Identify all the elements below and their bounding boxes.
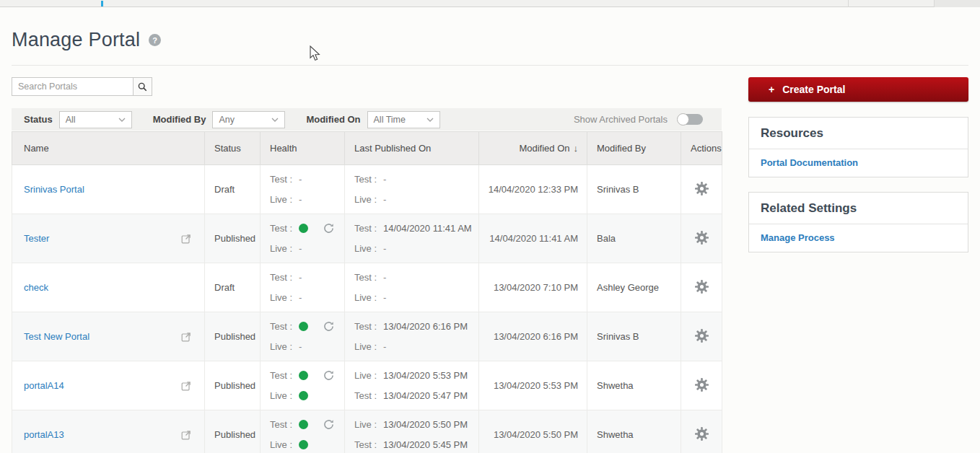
active-tab-indicator — [101, 1, 103, 6]
column-header-last-published[interactable]: Last Published On — [345, 132, 479, 165]
open-portal-external-icon[interactable] — [181, 332, 191, 342]
sidebar: + Create Portal Resources Portal Documen… — [748, 77, 968, 252]
name-cell: portalA13 — [12, 410, 205, 453]
column-header-health[interactable]: Health — [261, 132, 345, 165]
table-row: portalA14PublishedTest :Live :Live :13/0… — [12, 361, 722, 410]
health-env-label: Live : — [270, 194, 299, 205]
gear-icon — [695, 182, 709, 195]
portal-documentation-link[interactable]: Portal Documentation — [749, 149, 968, 177]
health-status-value: - — [299, 243, 302, 254]
portal-name-link[interactable]: portalA13 — [24, 429, 64, 440]
gear-icon — [695, 378, 709, 392]
portal-name-link[interactable]: Tester — [24, 233, 49, 244]
health-refresh-button[interactable] — [323, 223, 337, 234]
refresh-icon — [323, 321, 334, 332]
health-env-label: Test : — [270, 370, 299, 381]
search-area — [12, 77, 152, 96]
published-value: 13/04/2020 5:50 PM — [383, 419, 468, 430]
filter-bar: Status All Modified By Any Modified On A… — [12, 108, 722, 131]
row-actions-gear-button[interactable] — [695, 329, 709, 343]
health-env-label: Test : — [270, 174, 299, 185]
status-cell: Published — [205, 214, 261, 263]
portal-name-link[interactable]: check — [24, 282, 48, 293]
modified-on-cell: 13/04/2020 5:53 PM — [479, 361, 587, 410]
modified-by-cell: Srinivas B — [587, 312, 681, 361]
status-filter-label: Status — [24, 114, 53, 125]
health-env-label: Test : — [270, 321, 299, 332]
gear-icon — [695, 280, 709, 294]
manage-process-link[interactable]: Manage Process — [749, 224, 968, 252]
modified-on-dropdown[interactable]: All Time — [367, 111, 440, 128]
health-status-dot — [299, 440, 308, 449]
search-input[interactable] — [12, 77, 134, 96]
modified-by-value: Bala — [597, 233, 616, 244]
show-archived-toggle[interactable] — [678, 114, 703, 125]
open-portal-external-icon[interactable] — [181, 381, 191, 391]
health-refresh-button[interactable] — [323, 419, 337, 430]
column-header-actions: Actions — [681, 132, 722, 165]
health-status-dot — [299, 224, 308, 233]
row-actions-gear-button[interactable] — [695, 231, 709, 245]
portal-name-link[interactable]: Test New Portal — [24, 331, 89, 342]
health-refresh-button[interactable] — [323, 370, 337, 381]
portal-name-link[interactable]: Srinivas Portal — [24, 184, 84, 195]
published-env-label: Test : — [354, 390, 383, 401]
modified-on-cell: 14/04/2020 12:33 PM — [479, 165, 587, 214]
published-env-label: Live : — [354, 341, 383, 352]
row-actions-gear-button[interactable] — [695, 280, 709, 294]
published-env-label: Live : — [354, 292, 383, 303]
modified-on-value: 14/04/2020 11:41 AM — [489, 233, 578, 244]
refresh-icon — [323, 370, 334, 381]
gear-icon — [695, 329, 709, 343]
search-button[interactable] — [133, 77, 152, 96]
modified-on-filter-label: Modified On — [306, 114, 360, 125]
table-header-row: Name Status Health Last Published On Mod… — [12, 132, 722, 165]
last-published-cell: Test :-Live :- — [345, 165, 479, 214]
name-cell: portalA14 — [12, 361, 205, 410]
column-header-modified-on[interactable]: Modified On↓ — [479, 132, 587, 165]
health-env-label: Test : — [270, 223, 299, 234]
health-env-label: Live : — [270, 243, 299, 254]
modified-by-value: Ashley George — [597, 282, 659, 293]
column-header-modified-by[interactable]: Modified By — [587, 132, 681, 165]
help-icon[interactable]: ? — [149, 34, 161, 46]
published-env-label: Test : — [354, 439, 383, 450]
create-portal-label: Create Portal — [782, 84, 845, 95]
modified-on-value: 13/04/2020 5:50 PM — [494, 429, 578, 440]
portal-name-link[interactable]: portalA14 — [24, 380, 64, 391]
modified-by-dropdown[interactable]: Any — [212, 111, 285, 128]
status-cell: Published — [205, 361, 261, 410]
health-cell: Test :-Live :- — [261, 263, 345, 312]
mouse-cursor — [310, 45, 320, 61]
row-actions-gear-button[interactable] — [695, 427, 709, 441]
published-env-label: Live : — [354, 243, 383, 254]
published-value: - — [383, 272, 386, 283]
health-status-dot — [299, 371, 308, 380]
modified-on-cell: 14/04/2020 11:41 AM — [479, 214, 587, 263]
plus-icon: + — [769, 84, 774, 95]
modified-on-cell: 13/04/2020 5:50 PM — [479, 410, 587, 453]
row-actions-gear-button[interactable] — [695, 378, 709, 392]
create-portal-button[interactable]: + Create Portal — [748, 77, 968, 102]
health-status-dot — [299, 322, 308, 331]
status-dropdown[interactable]: All — [59, 111, 132, 128]
modified-on-dropdown-value: All Time — [374, 115, 406, 125]
row-actions-gear-button[interactable] — [695, 182, 709, 195]
portal-status: Published — [214, 331, 255, 342]
modified-on-value: 14/04/2020 12:33 PM — [489, 184, 578, 195]
health-env-label: Live : — [270, 292, 299, 303]
health-cell: Test :Live : — [261, 361, 345, 410]
external-link-icon — [181, 430, 191, 440]
health-refresh-button[interactable] — [323, 321, 337, 332]
open-portal-external-icon[interactable] — [181, 430, 191, 440]
actions-cell — [681, 312, 722, 361]
column-header-status[interactable]: Status — [205, 132, 261, 165]
portal-status: Published — [214, 380, 255, 391]
external-link-icon — [181, 332, 191, 342]
actions-cell — [681, 165, 722, 214]
modified-by-filter-label: Modified By — [153, 114, 206, 125]
column-header-name[interactable]: Name — [12, 132, 205, 165]
health-env-label: Test : — [270, 272, 299, 283]
modified-by-cell: Shwetha — [587, 410, 681, 453]
open-portal-external-icon[interactable] — [181, 234, 191, 244]
